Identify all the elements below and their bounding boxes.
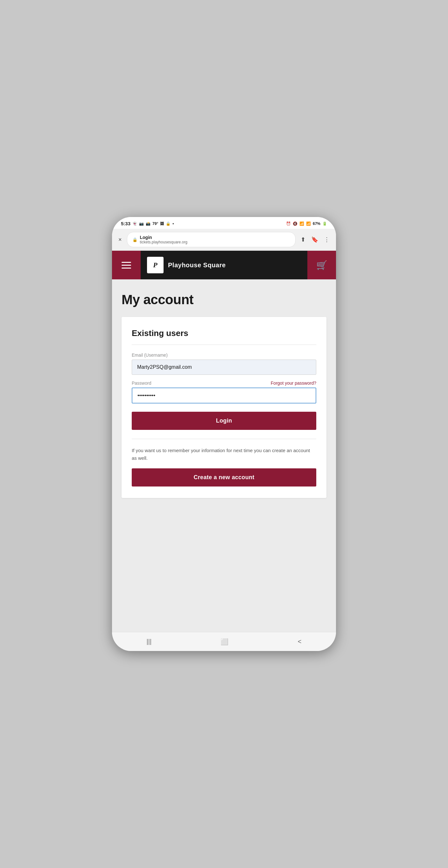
home-button[interactable]: ⬜ [214,635,235,649]
logo-text: Playhouse Square [168,261,226,269]
browser-actions: ⬆ 🔖 ⋮ [301,236,330,243]
site-header: P Playhouse Square 🛒 [112,251,336,279]
recent-apps-button[interactable]: ||| [140,635,158,648]
email-input[interactable] [132,360,316,375]
password-input[interactable] [132,388,316,403]
snapchat-icon: 👻 [132,221,137,226]
status-bar: 5:33 👻 📷 📸 79° 🖼 🔒 • ⏰ 🔇 📶 📶 67% 🔋 [112,217,336,229]
browser-url-text: Login tickets.playhousesquare.org [140,235,187,244]
menu-button[interactable] [112,251,141,279]
forgot-password-link[interactable]: Forgot your password? [271,380,316,385]
share-icon[interactable]: ⬆ [301,236,306,243]
section-divider-1 [132,345,316,345]
temp-icon: 79° [152,221,158,226]
hamburger-line-1 [122,262,131,263]
phone-frame: 5:33 👻 📷 📸 79° 🖼 🔒 • ⏰ 🔇 📶 📶 67% 🔋 × 🔒 L… [112,217,336,651]
battery-icon: 🔋 [322,221,327,226]
hamburger-line-2 [122,265,131,266]
existing-users-heading: Existing users [132,328,316,338]
android-nav-bar: ||| ⬜ < [112,632,336,651]
cart-icon: 🛒 [316,260,327,271]
page-title: My account [122,292,326,307]
alarm-icon: ⏰ [286,221,291,226]
lock-icon: 🔒 [166,221,170,226]
login-card: Existing users Email (Username) Password… [122,317,326,498]
logo-emblem: P [147,257,164,273]
hamburger-line-3 [122,268,131,269]
password-form-group: Password Forgot your password? [132,380,316,403]
wifi-icon: 📶 [299,221,304,226]
hamburger-icon [122,262,131,269]
bookmark-icon[interactable]: 🔖 [311,236,318,243]
login-button[interactable]: Login [132,412,316,430]
more-options-icon[interactable]: ⋮ [324,236,330,243]
logo-area[interactable]: P Playhouse Square [141,257,307,273]
password-row: Password Forgot your password? [132,380,316,385]
signal-icon: 📶 [306,221,311,226]
app-icon-1: 📷 [139,221,144,226]
browser-page-title: Login [140,235,187,240]
section-divider-2 [132,439,316,439]
status-left: 5:33 👻 📷 📸 79° 🖼 🔒 • [121,221,174,226]
browser-lock-icon: 🔒 [132,237,137,242]
email-label: Email (Username) [132,352,316,358]
browser-close-button[interactable]: × [118,237,122,243]
password-label: Password [132,380,151,385]
mute-icon: 🔇 [293,221,297,226]
browser-bar: × 🔒 Login tickets.playhousesquare.org ⬆ … [112,229,336,251]
back-button[interactable]: < [291,635,308,648]
cart-button[interactable]: 🛒 [307,251,336,279]
remember-text: If you want us to remember your informat… [132,447,316,462]
dot-icon: • [172,221,174,226]
status-right: ⏰ 🔇 📶 📶 67% 🔋 [286,221,327,226]
main-content: My account Existing users Email (Usernam… [112,279,336,632]
email-form-group: Email (Username) [132,352,316,375]
browser-url-area[interactable]: 🔒 Login tickets.playhousesquare.org [127,232,296,247]
instagram-icon: 📸 [146,221,151,226]
battery-percent: 67% [313,221,320,226]
browser-url-display: tickets.playhousesquare.org [140,240,187,244]
status-time: 5:33 [121,221,130,226]
photo-icon: 🖼 [160,221,164,226]
create-account-button[interactable]: Create a new account [132,468,316,487]
svg-text:P: P [153,261,158,269]
